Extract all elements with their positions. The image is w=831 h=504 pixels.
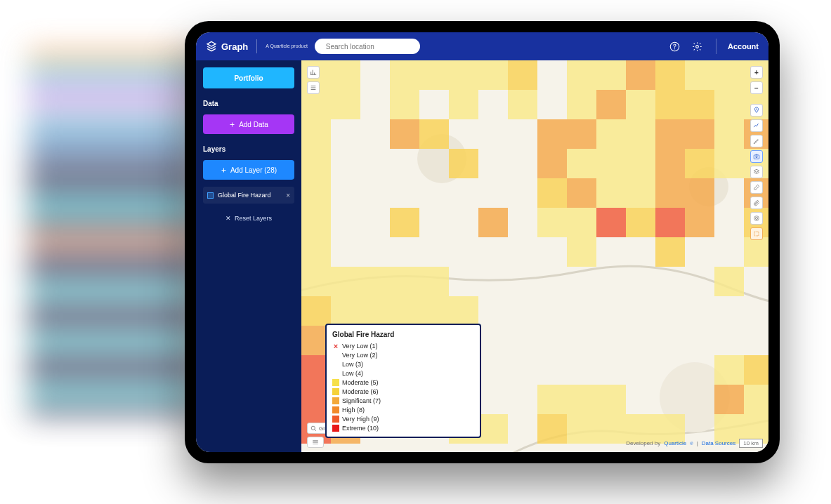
selection-icon [753,230,760,237]
account-link[interactable]: Account [728,42,759,51]
search-input[interactable] [326,43,415,51]
heat-cell [301,149,331,178]
heat-cell [567,414,596,444]
data-sources-link[interactable]: Data Sources [702,440,735,446]
heat-cell [331,267,360,296]
topbar-divider [716,39,717,54]
heat-cell [478,414,508,444]
add-data-button[interactable]: Add Data [203,114,294,134]
heat-cell [419,267,449,296]
legend-row: Low (3) [332,359,474,369]
zoom-out-button[interactable]: − [750,81,763,94]
trend-tool[interactable] [750,119,763,132]
heat-cell [626,119,655,149]
reset-layers-button[interactable]: ✕ Reset Layers [203,215,294,222]
legend-icon [312,439,319,446]
search-input-container[interactable] [315,39,420,54]
heat-cell [714,267,744,296]
heat-cell [655,237,685,267]
select-tool[interactable] [750,227,763,240]
heat-cell [567,385,596,414]
layer-item-fire-hazard[interactable]: Global Fire Hazard × [203,187,294,204]
brand-logo-icon [206,41,217,52]
heat-cell [449,149,478,178]
heat-cell [331,296,360,326]
svg-point-3 [674,48,674,49]
scale-bar: 10 km [739,439,763,448]
heat-cell [390,90,419,119]
heat-cell [301,237,331,267]
heat-cell [626,90,655,119]
brand-tagline: A Quarticle product [266,44,308,49]
heat-cell [714,90,744,119]
svg-point-13 [757,218,757,219]
legend-panel: Global Fire Hazard ×Very Low (1)Very Low… [325,324,481,438]
topbar: Graph A Quarticle product Account [196,32,768,60]
heat-cell [301,296,331,326]
settings-button[interactable] [689,39,705,54]
list-tool[interactable] [307,81,320,94]
chart-tool[interactable] [307,66,320,79]
layer-color-swatch [207,192,214,199]
heat-cell [655,149,685,178]
bar-chart-icon [310,69,317,76]
heat-cell [537,149,567,178]
heat-cell [449,60,478,90]
pencil-icon [753,138,760,145]
gear-icon [692,41,702,52]
locate-tool[interactable] [750,104,763,117]
list-icon [310,84,317,91]
help-button[interactable] [667,39,682,54]
heat-cell [685,60,714,90]
attach-tool[interactable] [750,197,763,209]
add-layer-button[interactable]: Add Layer (28) [203,160,294,180]
portfolio-button[interactable]: Portfolio [203,67,294,88]
heat-cell [360,296,390,326]
brand-name: Graph [221,41,248,52]
screenshot-tool[interactable] [750,150,763,163]
heat-cell [301,119,331,149]
heat-cell [626,208,655,237]
heat-cell [655,208,685,237]
heat-cell [537,414,567,444]
heat-cell [390,60,419,90]
zoom-in-button[interactable]: + [750,66,763,79]
paperclip-icon [753,199,760,206]
legend-cross-icon: × [332,342,339,350]
heat-cell [567,208,596,237]
heat-cell [596,90,626,119]
legend-swatch [332,425,339,432]
legend-row: Low (4) [332,369,474,378]
heat-cell [301,208,331,237]
eraser-icon [753,184,760,191]
heat-cell [419,296,449,326]
legend-row: ×Very Low (1) [332,341,474,350]
map-canvas[interactable]: + − Gl Gl [301,60,768,452]
eraser-tool[interactable] [750,181,763,194]
legend-row: Significant (7) [332,396,474,405]
target-tool[interactable] [750,212,763,225]
brand-link[interactable]: Quarticle [664,440,686,446]
layer-item-label: Global Fire Hazard [218,192,271,199]
layers-tool[interactable] [750,166,763,178]
heat-cell [301,178,331,208]
legend-title: Global Fire Hazard [332,331,474,338]
heat-cell [685,90,714,119]
heat-cell [390,208,419,237]
left-tool-column [307,66,320,94]
heat-cell [744,355,768,385]
layers-icon [753,168,760,175]
heat-cell [537,178,567,208]
legend-toggle[interactable] [307,437,324,448]
heat-cell [596,385,626,414]
layer-remove-icon[interactable]: × [286,192,290,199]
heat-cell [596,60,626,90]
heat-cell [596,119,626,149]
legend-swatch [332,379,339,386]
heat-cell [714,119,744,149]
edit-tool[interactable] [750,135,763,147]
heat-cell [537,385,567,414]
heat-cell [714,355,744,385]
heat-cell [508,90,537,119]
heat-cell [390,267,419,296]
